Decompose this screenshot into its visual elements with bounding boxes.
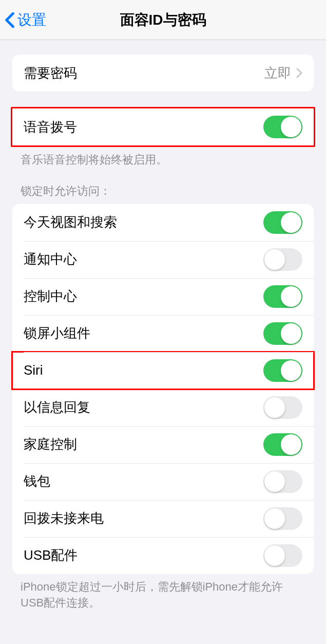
require-passcode-label: 需要密码 [24,64,264,82]
lock-access-row: 家庭控制 [12,426,314,463]
lock-access-toggle[interactable] [263,507,302,530]
voice-dial-row: 语音拨号 [12,108,314,145]
lock-access-label: 通知中心 [24,250,263,268]
lock-access-label: 家庭控制 [24,435,263,453]
toggle-knob [281,434,301,455]
voice-dial-label: 语音拨号 [24,118,263,136]
toggle-knob [281,323,301,344]
lock-access-row: 通知中心 [12,241,314,278]
voice-dial-footer: 音乐语音控制将始终被启用。 [0,147,326,168]
toggle-knob [281,286,301,307]
toggle-knob [264,249,285,270]
navigation-bar: 设置 面容ID与密码 [0,0,326,40]
lock-access-toggle[interactable] [263,211,302,234]
chevron-left-icon [4,12,15,28]
lock-access-label: USB配件 [24,546,263,564]
lock-access-label: Siri [24,362,263,378]
back-label: 设置 [17,10,46,30]
toggle-knob [281,360,301,381]
lock-access-list: 今天视图和搜索通知中心控制中心锁屏小组件Siri以信息回复家庭控制钱包回拨未接来… [12,204,314,574]
lock-access-label: 锁屏小组件 [24,324,263,342]
lock-access-row: 钱包 [12,463,314,500]
lock-access-row: 控制中心 [12,278,314,315]
lock-access-toggle[interactable] [263,248,302,271]
lock-access-label: 以信息回复 [24,398,263,416]
lock-access-toggle[interactable] [263,433,302,456]
toggle-knob [264,545,285,566]
lock-access-row: USB配件 [12,537,314,574]
lock-access-toggle[interactable] [263,285,302,308]
back-button[interactable]: 设置 [4,10,46,30]
lock-access-toggle[interactable] [263,359,302,382]
lock-access-row: 回拨未接来电 [12,500,314,537]
voice-dial-toggle[interactable] [263,116,302,138]
lock-access-row: 以信息回复 [12,389,314,426]
lock-access-toggle[interactable] [263,322,302,345]
lock-access-row: 锁屏小组件 [12,315,314,352]
lock-access-label: 钱包 [24,472,263,490]
lock-access-toggle[interactable] [263,544,302,567]
toggle-knob [264,397,285,418]
lock-access-footer: iPhone锁定超过一小时后，需先解锁iPhone才能允许USB配件连接。 [0,574,326,611]
lock-access-header: 锁定时允许访问： [0,183,326,204]
toggle-knob [264,508,285,529]
require-passcode-row[interactable]: 需要密码 立即 [12,54,314,91]
lock-access-row: Siri [12,352,314,389]
voice-dial-highlight: 语音拨号 [11,107,315,147]
lock-access-toggle[interactable] [263,470,302,493]
require-passcode-value: 立即 [264,64,291,82]
lock-access-label: 今天视图和搜索 [24,213,263,231]
toggle-knob [264,471,285,492]
lock-access-toggle[interactable] [263,396,302,419]
lock-access-label: 回拨未接来电 [24,509,263,527]
lock-access-row: 今天视图和搜索 [12,204,314,241]
toggle-knob [281,212,301,233]
chevron-right-icon [296,68,302,78]
page-title: 面容ID与密码 [0,10,326,30]
toggle-knob [281,117,301,137]
lock-access-label: 控制中心 [24,287,263,305]
